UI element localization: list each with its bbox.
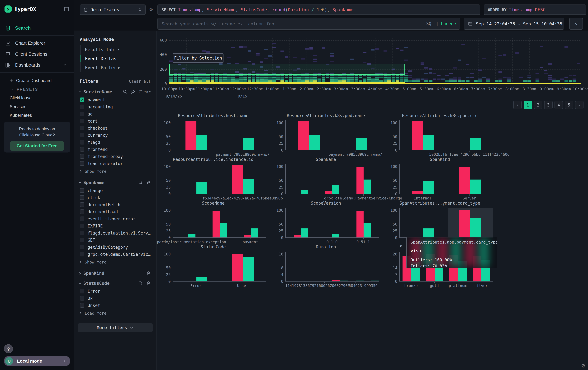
filter-section-header-spankind[interactable]: SpanKind — [74, 268, 157, 278]
filter-option-get[interactable]: GET — [74, 237, 157, 244]
account-menu[interactable]: U Local mode — [4, 356, 70, 366]
checkbox[interactable] — [80, 231, 84, 235]
filter-option-load-generator[interactable]: load-generator — [74, 160, 157, 167]
filter-option-frontend-proxy[interactable]: frontend-proxy — [74, 153, 157, 160]
analysis-mode-event-patterns[interactable]: Event Patterns — [81, 63, 157, 72]
get-started-button[interactable]: Get Started for Free — [10, 141, 64, 150]
filter-option-click[interactable]: click — [74, 194, 157, 201]
search-icon[interactable] — [138, 281, 143, 285]
filter-section-header-spanname[interactable]: SpanName — [74, 177, 157, 187]
filter-option-documentfetch[interactable]: documentFetch — [74, 201, 157, 208]
search-icon[interactable] — [123, 90, 127, 94]
checkbox[interactable] — [80, 224, 84, 228]
sidebar-item-chart-explorer[interactable]: Chart Explorer — [0, 38, 74, 49]
events-heatmap[interactable] — [169, 38, 581, 84]
more-filters-button[interactable]: More filters — [78, 323, 153, 332]
load-more-button[interactable]: Load more — [74, 309, 157, 319]
filter-option-documentload[interactable]: documentLoad — [74, 208, 157, 215]
analysis-mode-event-deltas[interactable]: Event Deltas — [81, 54, 157, 63]
source-select[interactable]: Demo Traces — [80, 4, 146, 15]
preset-dashboard-kubernetes[interactable]: Kubernetes — [0, 111, 74, 120]
checkbox[interactable] — [80, 195, 84, 200]
filter-option-getadsbycategory[interactable]: getAdsByCategory — [74, 244, 157, 251]
pin-icon[interactable] — [146, 271, 151, 276]
mini-chart-1[interactable]: ResourceAttributes.k8s.pod.name10050250p… — [270, 113, 382, 156]
pin-icon[interactable] — [131, 89, 136, 94]
create-dashboard-button[interactable]: Create Dashboard — [0, 76, 74, 85]
source-settings-gear-icon[interactable]: ⚙ — [149, 6, 153, 12]
checkbox[interactable] — [80, 147, 84, 151]
pin-icon[interactable] — [146, 281, 151, 286]
pagination-page-4[interactable]: 4 — [555, 101, 563, 109]
mode-lucene-toggle[interactable]: Lucene — [441, 21, 456, 26]
filter-option-flagd[interactable]: flagd — [74, 139, 157, 146]
page-settings-gear-icon[interactable]: ⚙ — [581, 363, 585, 369]
filter-section-header-statuscode[interactable]: StatusCode — [74, 278, 157, 288]
filter-option-grpc-oteldemo-cartservic-[interactable]: grpc.oteldemo.CartServic… — [74, 251, 157, 258]
filter-option-accounting[interactable]: accounting — [74, 103, 157, 110]
mini-chart-7[interactable]: ScopeVersion100502500.1.00.51.1 — [270, 201, 382, 244]
mode-sql-toggle[interactable]: SQL — [426, 21, 434, 26]
checkbox[interactable] — [80, 105, 84, 109]
preset-dashboard-services[interactable]: Services — [0, 102, 74, 111]
checkbox[interactable] — [80, 252, 84, 256]
mini-chart-9[interactable]: StatusCode10050250ErrorUnset — [157, 245, 269, 288]
show-more-button[interactable]: Show more — [74, 167, 157, 177]
pagination-page-3[interactable]: 3 — [544, 101, 553, 109]
checkbox[interactable] — [80, 140, 84, 144]
mini-chart-3[interactable]: ResourceAttribu..ice.instance.id10050250… — [157, 157, 269, 200]
checkbox[interactable] — [80, 112, 84, 116]
checkbox[interactable] — [80, 303, 84, 308]
checkbox[interactable] — [80, 161, 84, 166]
mini-chart-5[interactable]: SpanKind10050250InternalServer — [384, 157, 496, 200]
checkbox[interactable] — [80, 210, 84, 214]
filter-option-payment[interactable]: ✓payment — [74, 96, 157, 103]
pin-icon[interactable] — [146, 180, 151, 185]
sidebar-item-search[interactable]: Search — [0, 22, 74, 33]
checkbox[interactable] — [80, 238, 84, 242]
checkbox[interactable] — [80, 133, 84, 137]
select-query-input[interactable]: SELECT Timestamp, ServiceName, StatusCod… — [158, 4, 480, 15]
filter-option-cart[interactable]: cart — [74, 117, 157, 125]
show-more-button[interactable]: Show more — [74, 258, 157, 268]
pagination-page-2[interactable]: 2 — [534, 101, 542, 109]
mini-chart-0[interactable]: ResourceAttributes.host.name10050250paym… — [157, 113, 269, 156]
filter-by-selection-button[interactable]: Filter by Selection — [173, 53, 223, 63]
filter-option-error[interactable]: Error — [74, 288, 157, 295]
analysis-mode-results-table[interactable]: Results Table — [81, 45, 157, 54]
filter-option-checkout[interactable]: checkout — [74, 125, 157, 132]
time-range-picker[interactable]: Sep 14 22:04:35 - Sep 15 10:04:35 — [464, 18, 564, 30]
checkbox[interactable] — [80, 188, 84, 193]
checkbox[interactable] — [80, 202, 84, 207]
checkbox[interactable] — [80, 217, 84, 221]
checkbox[interactable] — [80, 289, 84, 293]
search-input[interactable]: Search your events w/ Lucene ex. column:… — [158, 18, 460, 30]
mini-chart-6[interactable]: ScopeName10050250@hyperdx/instrumentatio… — [157, 201, 269, 244]
filter-option-eventlistener-error[interactable]: eventListener.error — [74, 215, 157, 222]
checkbox[interactable] — [80, 119, 84, 123]
filter-section-header-servicename[interactable]: ServiceNameClear — [74, 86, 157, 96]
help-button[interactable]: ? — [4, 344, 13, 353]
sidebar-item-dashboards[interactable]: Dashboards — [0, 60, 74, 70]
pagination-prev-button[interactable]: ‹ — [513, 101, 522, 109]
order-by-input[interactable]: ORDER BY Timestamp DESC — [484, 4, 586, 15]
filter-option-unset[interactable]: Unset — [74, 302, 157, 309]
clear-filter-button[interactable]: Clear — [139, 89, 151, 94]
preset-dashboard-clickhouse[interactable]: ClickHouse — [0, 94, 74, 102]
mini-chart-4[interactable]: SpanName10050250grpc.oteldemo.PaymentSer… — [270, 157, 382, 200]
filter-option-change[interactable]: change — [74, 187, 157, 194]
checkbox-checked[interactable]: ✓ — [80, 98, 84, 102]
pagination-page-5[interactable]: 5 — [565, 101, 573, 109]
mini-chart-2[interactable]: ResourceAttributes.k8s.pod.uid100502505e… — [384, 113, 496, 156]
filter-option-ad[interactable]: ad — [74, 110, 157, 117]
search-icon[interactable] — [138, 180, 143, 185]
sidebar-collapse-icon[interactable] — [64, 6, 69, 12]
heatmap-selection-rect[interactable] — [169, 64, 405, 75]
clear-all-button[interactable]: Clear all — [129, 79, 151, 84]
checkbox[interactable] — [80, 154, 84, 159]
sidebar-item-client-sessions[interactable]: Client Sessions — [0, 49, 74, 60]
filter-option-expire[interactable]: EXPIRE — [74, 222, 157, 230]
run-query-button[interactable]: ▷ — [569, 18, 583, 30]
checkbox[interactable] — [80, 126, 84, 130]
filter-option-flagd-evaluation-v1-serv-[interactable]: flagd.evaluation.v1.Serv… — [74, 230, 157, 237]
